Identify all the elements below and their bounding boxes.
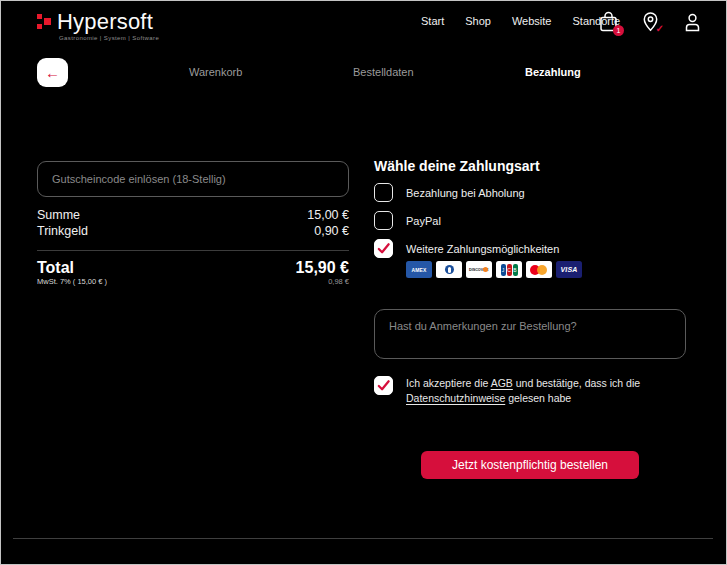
- payment-option-label: Weitere Zahlungsmöglichkeiten: [406, 243, 559, 255]
- checkout-page: Hypersoft Gastronomie | System | Softwar…: [0, 0, 727, 565]
- payment-option-label: Bezahlung bei Abholung: [406, 187, 525, 199]
- payment-option-label: PayPal: [406, 215, 441, 227]
- user-account-icon[interactable]: [683, 11, 703, 35]
- step-warenkorb[interactable]: Warenkorb: [189, 66, 242, 78]
- voucher-code-input[interactable]: [37, 161, 349, 197]
- terms-middle: und bestätige, dass ich die: [513, 377, 640, 389]
- visa-card-icon: VISA: [556, 261, 582, 278]
- checkbox-paypal[interactable]: [374, 211, 393, 230]
- cart-badge: 1: [613, 25, 624, 36]
- jcb-card-icon: JCB: [496, 261, 522, 278]
- datenschutz-link[interactable]: Datenschutzhinweise: [406, 392, 505, 404]
- diners-club-card-icon: [436, 261, 462, 278]
- terms-suffix: gelesen habe: [505, 392, 571, 404]
- accepted-cards-row: AMEX DISCOVER JCB VISA: [406, 261, 582, 278]
- back-button[interactable]: ←: [37, 58, 68, 87]
- brand-tagline: Gastronomie | System | Software: [59, 35, 159, 41]
- payment-section-title: Wähle deine Zahlungsart: [374, 158, 540, 174]
- total-label: Total: [37, 259, 74, 277]
- payment-option-weitere[interactable]: Weitere Zahlungsmöglichkeiten: [374, 239, 559, 258]
- order-notes-textarea[interactable]: [374, 309, 686, 359]
- checkmark-icon: [376, 378, 391, 393]
- header-icons: 1 ✓: [599, 11, 703, 35]
- discover-card-icon: DISCOVER: [466, 261, 492, 278]
- summary-row-trinkgeld: Trinkgeld 0,90 €: [37, 224, 349, 238]
- payment-option-abholung[interactable]: Bezahlung bei Abholung: [374, 183, 525, 202]
- terms-text: Ich akzeptiere die AGB und bestätige, da…: [406, 376, 648, 406]
- summary-divider: [37, 250, 349, 251]
- vat-value: 0,98 €: [328, 277, 349, 286]
- checkbox-abholung[interactable]: [374, 183, 393, 202]
- terms-checkbox[interactable]: [374, 376, 393, 395]
- trinkgeld-label: Trinkgeld: [37, 224, 88, 238]
- footer-divider: [13, 538, 713, 539]
- brand-name: Hypersoft: [57, 9, 153, 35]
- checkbox-weitere[interactable]: [374, 239, 393, 258]
- summary-row-summe: Summe 15,00 €: [37, 208, 349, 222]
- hypersoft-logo-icon: [37, 13, 53, 31]
- trinkgeld-value: 0,90 €: [314, 224, 349, 238]
- summe-label: Summe: [37, 208, 80, 222]
- nav-item-website[interactable]: Website: [512, 15, 552, 27]
- terms-prefix: Ich akzeptiere die: [406, 377, 491, 389]
- mastercard-card-icon: [526, 261, 552, 278]
- cart-icon[interactable]: 1: [599, 11, 619, 35]
- summe-value: 15,00 €: [307, 208, 349, 222]
- location-pin-icon[interactable]: ✓: [641, 11, 661, 35]
- amex-card-icon: AMEX: [406, 261, 432, 278]
- total-value: 15,90 €: [296, 259, 349, 277]
- summary-row-total: Total 15,90 €: [37, 259, 349, 277]
- nav-item-start[interactable]: Start: [421, 15, 444, 27]
- terms-acceptance-row[interactable]: Ich akzeptiere die AGB und bestätige, da…: [374, 376, 648, 406]
- main-nav: Start Shop Website Standorte: [421, 15, 620, 27]
- step-bestelldaten[interactable]: Bestelldaten: [353, 66, 414, 78]
- checkmark-icon: [376, 241, 391, 256]
- agb-link[interactable]: AGB: [491, 377, 513, 389]
- vat-row: MwSt. 7% ( 15,00 € ) 0,98 €: [37, 277, 349, 286]
- pin-check-icon: ✓: [656, 23, 664, 34]
- order-submit-button[interactable]: Jetzt kostenpflichtig bestellen: [421, 451, 639, 479]
- vat-note: MwSt. 7% ( 15,00 € ): [37, 277, 107, 286]
- nav-item-shop[interactable]: Shop: [465, 15, 491, 27]
- payment-option-paypal[interactable]: PayPal: [374, 211, 441, 230]
- step-bezahlung[interactable]: Bezahlung: [525, 66, 581, 78]
